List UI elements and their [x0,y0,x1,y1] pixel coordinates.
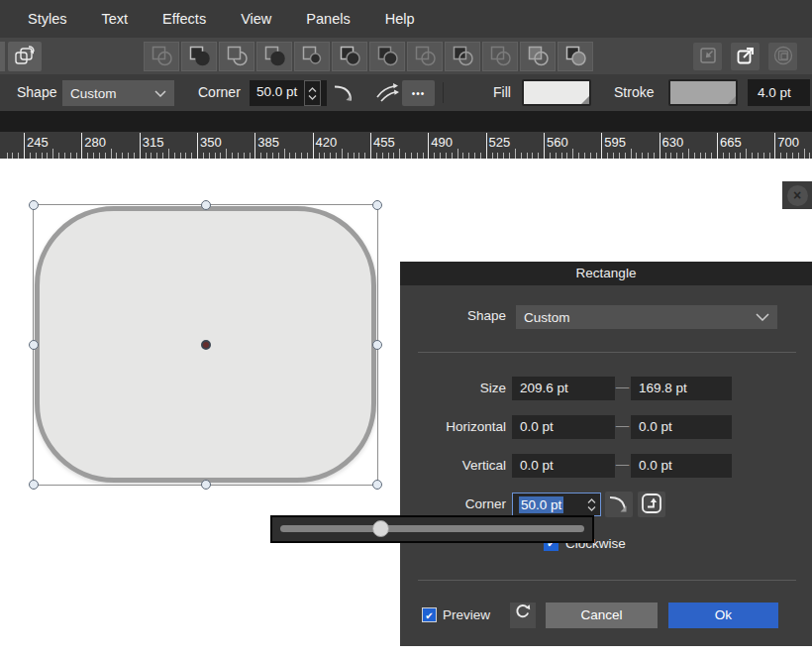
geometry-op-6-button[interactable] [332,42,367,71]
geometry-op-12-icon [563,44,587,70]
ruler-tick [572,149,573,159]
stroke-width-field[interactable]: 4.0 pt [748,79,810,106]
menu-effects[interactable]: Effects [162,11,206,27]
toolbar-button-partial[interactable] [0,42,5,71]
corner-type-button[interactable] [605,492,633,517]
horizontal-field-1[interactable]: 0.0 pt [512,415,615,439]
ruler-tick [226,149,227,159]
geometry-op-4-button[interactable] [256,42,292,71]
ruler-label: 490 [431,135,453,150]
ruler-label: 245 [27,135,49,150]
dialog-corner-field[interactable]: 50.0 pt [512,493,601,516]
pair-separator: — [614,380,631,394]
geometry-op-3-button[interactable] [219,42,254,71]
dialog-row-size: Size209.6 pt—169.8 pt [400,377,812,400]
selection-handle[interactable] [201,200,211,210]
selection-handle[interactable] [29,340,39,350]
menu-text[interactable]: Text [102,11,129,27]
geometry-op-10-icon [488,44,512,70]
selection-handle[interactable] [201,480,211,490]
geometry-op-11-button[interactable] [520,42,556,71]
geometry-op-6-icon [338,44,361,70]
geometry-op-9-button[interactable] [445,42,480,71]
corner-arc-icon [331,80,358,107]
ruler-tick [515,149,516,159]
vertical-field-2[interactable]: 0.0 pt [631,454,732,478]
selection-handle[interactable] [372,340,382,350]
geometry-op-8-button[interactable] [407,42,443,71]
refresh-icon [514,603,532,629]
size-field-2[interactable]: 169.8 pt [631,377,732,400]
selection-handle[interactable] [29,480,39,490]
vertical-field-1[interactable]: 0.0 pt [512,454,615,478]
smooth-curve-button[interactable] [373,80,401,106]
dialog-shape-dropdown[interactable]: Custom [516,305,777,329]
geometry-op-7-button[interactable] [369,42,405,71]
ruler-tick [111,149,112,159]
geometry-op-9-icon [451,44,474,70]
slider-thumb[interactable] [372,520,389,537]
edit-inside-button[interactable] [693,43,722,70]
menu-help[interactable]: Help [385,11,415,27]
ruler-label: 280 [84,135,106,150]
single-corner-toggle[interactable] [638,492,665,517]
close-button[interactable]: × [782,181,812,209]
ruler-tick [342,149,343,159]
duplicate-transform-button[interactable] [8,42,42,71]
selection-handle[interactable] [372,200,382,210]
geometry-op-10-button[interactable] [482,42,518,71]
pair-separator: — [614,418,631,433]
corner-arc-icon [607,492,631,518]
cancel-button[interactable]: Cancel [546,603,658,628]
geometry-op-11-icon [526,44,550,70]
spinner-updown-icon[interactable] [587,497,596,512]
ruler-tick [284,149,285,159]
horizontal-ruler[interactable]: 2452803153503854204554905255605956306657… [0,132,812,159]
selection-handle[interactable] [372,480,382,490]
swatch-corner-icon [728,96,736,104]
rectangle-dialog: Rectangle Shape Custom Size209.6 pt—169.… [400,262,812,646]
ruler-tick [24,133,25,159]
stroke-swatch[interactable] [668,79,738,106]
ok-button[interactable]: Ok [668,603,778,628]
fill-swatch[interactable] [522,79,591,106]
select-duplicates-button[interactable] [768,43,797,70]
ruler-tick [428,133,429,159]
ruler-tick [168,149,169,159]
edit-inside-icon [697,45,719,69]
dialog-title[interactable]: Rectangle [400,262,812,285]
move-outside-button[interactable] [731,43,760,70]
spinner-updown-icon[interactable] [304,80,321,106]
pair-separator: — [614,457,631,472]
geometry-op-5-button[interactable] [294,42,330,71]
horizontal-field-2[interactable]: 0.0 pt [631,415,732,439]
corner-type-button[interactable] [330,80,359,106]
ruler-tick [197,133,198,159]
shape-dropdown-value: Custom [70,86,117,101]
menu-panels[interactable]: Panels [306,11,350,27]
menu-styles[interactable]: Styles [28,11,67,27]
shape-center-handle[interactable] [201,340,211,350]
more-options-button[interactable]: ••• [402,80,435,106]
duplicate-transform-icon [12,44,38,70]
geometry-operations [144,42,593,71]
corner-spinfield[interactable]: 50.0 pt [250,80,327,106]
refresh-button[interactable] [510,603,536,628]
ruler-tick [631,149,632,159]
geometry-op-2-button[interactable] [181,42,217,71]
slider-track[interactable] [280,525,584,532]
dialog-shape-label: Shape [400,308,506,323]
dialog-row-horizontal: Horizontal0.0 pt—0.0 pt [400,415,812,439]
ruler-label: 455 [373,135,395,150]
menu-view[interactable]: View [241,11,271,27]
size-field-1[interactable]: 209.6 pt [512,377,615,400]
ruler-tick [601,133,602,159]
geometry-op-1-button[interactable] [144,42,179,71]
preview-checkbox[interactable]: ✔ [422,607,437,622]
context-toolbar: Shape Custom Corner 50.0 pt [0,74,812,111]
shape-dropdown[interactable]: Custom [62,80,174,106]
selection-handle[interactable] [29,200,39,210]
geometry-op-12-button[interactable] [558,42,593,71]
main-toolbar [0,38,812,74]
dialog-corner-value: 50.0 pt [519,496,563,513]
